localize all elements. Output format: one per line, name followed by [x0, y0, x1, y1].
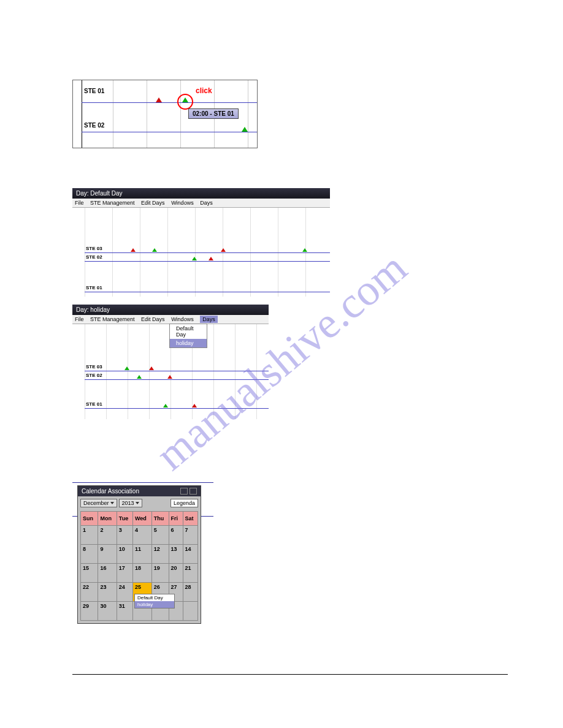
calendar-cell[interactable]: 2 [98, 526, 117, 545]
row-line [85, 252, 330, 253]
days-dropdown[interactable]: Default Day holiday [169, 324, 207, 348]
gridline [128, 324, 128, 419]
click-annotation: click [196, 86, 212, 95]
dropdown-item-holiday[interactable]: holiday [170, 339, 207, 347]
gridline [149, 324, 150, 419]
month-label: December [83, 500, 109, 506]
context-item-default[interactable]: Default Day [135, 594, 174, 601]
triangle-red-icon [131, 248, 136, 252]
year-label: 2013 [122, 500, 134, 506]
calendar-cell[interactable]: 3 [117, 526, 132, 545]
divider [72, 482, 213, 483]
calendar-association-window: Calendar Association December 2013 Legen… [77, 485, 201, 624]
row-line [85, 292, 330, 292]
calendar-cell[interactable]: 1 [81, 526, 98, 545]
context-item-holiday[interactable]: holiday [135, 601, 174, 608]
window-title: Day: Default Day [72, 188, 330, 199]
triangle-red-icon [149, 366, 154, 370]
triangle-red-icon [221, 248, 226, 252]
gridline [85, 324, 85, 419]
triangle-red-icon [192, 404, 197, 408]
day-header: Sun [81, 512, 98, 526]
row-line [85, 379, 269, 380]
day-header: Thu [151, 512, 169, 526]
calendar-cell[interactable]: 19 [151, 564, 169, 583]
menu-file[interactable]: File [75, 316, 84, 322]
minimize-icon[interactable] [180, 488, 188, 495]
chevron-down-icon [110, 502, 114, 504]
chevron-down-icon [136, 502, 139, 504]
gridline [180, 80, 181, 148]
maximize-icon[interactable] [190, 488, 197, 495]
row-label-ste03: STE 03 [86, 246, 102, 251]
menu-days[interactable]: Days [200, 316, 218, 323]
menu-edit-days[interactable]: Edit Days [141, 316, 165, 322]
month-selector[interactable]: December [80, 499, 117, 507]
calendar-cell[interactable]: 6 [169, 526, 183, 545]
menu-edit-days[interactable]: Edit Days [141, 200, 165, 206]
calendar-cell[interactable]: 11 [132, 545, 151, 564]
timeline-panel-detail: STE 01 STE 02 click 02:00 - STE 01 [72, 80, 258, 148]
triangle-green-icon [152, 248, 157, 252]
menu-file[interactable]: File [75, 200, 84, 206]
triangle-green-icon [124, 366, 129, 370]
menubar: File STE Management Edit Days Windows Da… [72, 199, 330, 208]
triangle-red-icon [209, 257, 213, 260]
calendar-cell[interactable]: 20 [169, 564, 183, 583]
calendar-cell[interactable]: 5 [151, 526, 169, 545]
day-header: Wed [132, 512, 151, 526]
gridline [256, 324, 257, 419]
timeline-chart: STE 03 STE 02 STE 01 [72, 208, 330, 297]
year-selector[interactable]: 2013 [119, 499, 142, 507]
calendar-cell[interactable]: 30 [98, 602, 117, 621]
row-label-ste01: STE 01 [86, 285, 102, 290]
triangle-green-icon [163, 404, 168, 408]
calendar-cell[interactable]: 9 [98, 545, 117, 564]
calendar-cell[interactable]: 29 [81, 602, 98, 621]
calendar-cell[interactable]: 17 [117, 564, 132, 583]
menu-days[interactable]: Days [200, 200, 213, 206]
calendar-cell[interactable]: 10 [117, 545, 132, 564]
divider [72, 674, 508, 675]
menu-ste-management[interactable]: STE Management [90, 316, 135, 322]
calendar-cell[interactable]: 22 [81, 583, 98, 602]
calendar-cell[interactable]: 24 [117, 583, 132, 602]
row-label-ste02: STE 02 [84, 122, 104, 129]
triangle-green-icon [137, 375, 142, 379]
calendar-cell[interactable]: 28 [183, 583, 197, 602]
calendar-controls: December 2013 Legenda [80, 499, 198, 507]
calendar-cell[interactable]: 23 [98, 583, 117, 602]
menu-windows[interactable]: Windows [171, 200, 194, 206]
window-title: Calendar Association [78, 486, 201, 496]
calendar-cell[interactable]: 31 [117, 602, 132, 621]
menubar: File STE Management Edit Days Windows Da… [72, 315, 269, 324]
day-header: Tue [117, 512, 132, 526]
row-label-ste02: STE 02 [86, 373, 102, 378]
panel-left-border [82, 80, 82, 148]
row-label-ste01: STE 01 [86, 401, 102, 407]
triangle-green-icon [192, 257, 197, 260]
calendar-cell[interactable]: 8 [81, 545, 98, 564]
calendar-cell[interactable]: 12 [151, 545, 169, 564]
window-title-text: Calendar Association [82, 488, 139, 495]
calendar-cell[interactable]: 16 [98, 564, 117, 583]
calendar-cell[interactable]: 15 [81, 564, 98, 583]
calendar-cell[interactable]: 18 [132, 564, 151, 583]
context-menu[interactable]: Default Dayholiday [134, 594, 175, 609]
triangle-red-icon [156, 97, 162, 102]
dropdown-item-default[interactable]: Default Day [170, 324, 207, 339]
calendar-cell[interactable]: 13 [169, 545, 183, 564]
row-line [85, 408, 269, 409]
calendar-cell[interactable]: 25Default Dayholiday [132, 583, 151, 602]
calendar-cell[interactable]: 4 [132, 526, 151, 545]
calendar-cell[interactable] [183, 602, 197, 621]
triangle-red-icon [167, 375, 172, 379]
calendar-cell[interactable]: 21 [183, 564, 197, 583]
legend-button[interactable]: Legenda [170, 499, 198, 507]
row-label-ste03: STE 03 [86, 364, 102, 370]
calendar-cell[interactable]: 7 [183, 526, 197, 545]
gridline [235, 324, 236, 419]
menu-ste-management[interactable]: STE Management [90, 200, 135, 206]
calendar-cell[interactable]: 14 [183, 545, 197, 564]
menu-windows[interactable]: Windows [171, 316, 194, 322]
